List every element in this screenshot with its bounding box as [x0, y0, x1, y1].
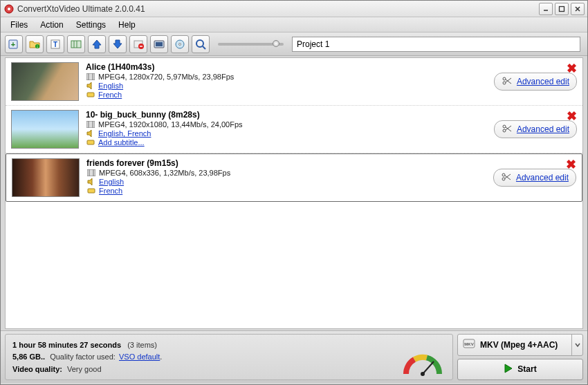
- video-icon: [86, 169, 96, 177]
- svg-text:T: T: [53, 41, 57, 48]
- audio-track-link[interactable]: English: [99, 178, 124, 186]
- menu-settings[interactable]: Settings: [71, 19, 111, 31]
- thumbnail-size-slider[interactable]: [218, 43, 284, 46]
- file-title: Alice (1H40m43s): [86, 62, 480, 72]
- svg-text:↓: ↓: [36, 44, 39, 48]
- output-format-selector[interactable]: MKV MKV (Mpeg 4+AAC): [457, 334, 583, 356]
- row-actions: Advanced edit: [479, 158, 576, 197]
- subtitle-icon: [86, 138, 95, 147]
- audio-icon: [86, 129, 95, 138]
- file-row[interactable]: ✖ 10- big_buck_bunny (8m28s) MPEG4, 1920…: [6, 106, 582, 153]
- subtitle-link[interactable]: French: [98, 91, 122, 99]
- add-file-button[interactable]: +: [5, 35, 23, 53]
- svg-rect-3: [560, 6, 564, 11]
- format-icon: MKV: [462, 337, 476, 353]
- menu-help[interactable]: Help: [113, 19, 141, 31]
- project-name-input[interactable]: [292, 37, 580, 52]
- advanced-edit-button[interactable]: Advanced edit: [494, 120, 577, 138]
- svg-point-44: [502, 173, 505, 176]
- close-button[interactable]: [571, 3, 585, 15]
- start-button[interactable]: Start: [457, 359, 583, 381]
- subtitle-link[interactable]: Add subtitle...: [98, 138, 145, 147]
- output-panel: MKV MKV (Mpeg 4+AAC) Start: [457, 334, 583, 380]
- video-quality-label: Video quality:: [12, 365, 62, 373]
- menu-files[interactable]: Files: [5, 19, 33, 31]
- add-text-button[interactable]: T: [46, 35, 64, 53]
- audio-track-link[interactable]: English, French: [98, 129, 151, 138]
- svg-point-29: [503, 82, 506, 84]
- play-icon: [504, 364, 513, 375]
- preview-button[interactable]: [192, 35, 210, 53]
- svg-point-49: [421, 372, 425, 376]
- video-thumbnail[interactable]: [12, 158, 80, 197]
- menubar: Files Action Settings Help: [1, 17, 587, 32]
- advanced-edit-button[interactable]: Advanced edit: [494, 73, 577, 91]
- file-info: 10- big_buck_bunny (8m28s) MPEG4, 1920x1…: [86, 110, 480, 149]
- file-info: Alice (1H40m43s) MPEG4, 1280x720, 5,97Mb…: [86, 62, 480, 101]
- quality-factor-link[interactable]: VSO default: [119, 353, 160, 361]
- svg-point-45: [502, 178, 505, 180]
- advanced-edit-button[interactable]: Advanced edit: [493, 169, 576, 187]
- remove-item-icon[interactable]: ✖: [567, 61, 577, 76]
- subtitle-icon: [86, 187, 96, 195]
- total-size: 5,86 GB..: [12, 353, 45, 361]
- row-actions: Advanced edit: [480, 62, 577, 101]
- subtitle-link[interactable]: French: [99, 187, 122, 195]
- minimize-button[interactable]: [539, 3, 553, 15]
- add-folder-button[interactable]: ↓: [26, 35, 44, 53]
- svg-rect-35: [87, 140, 94, 144]
- remove-button[interactable]: [129, 35, 147, 53]
- summary-panel: 1 hour 58 minutes 27 seconds (3 items) 5…: [5, 334, 453, 380]
- video-icon: [86, 120, 95, 129]
- svg-text:MKV: MKV: [464, 342, 473, 346]
- scissors-icon: [501, 172, 512, 183]
- toolbar: + ↓ T: [1, 32, 587, 56]
- window-controls: [539, 3, 585, 15]
- screenshot-button[interactable]: [150, 35, 168, 53]
- app-icon: [3, 3, 15, 15]
- svg-point-28: [503, 77, 506, 80]
- svg-rect-12: [71, 41, 81, 48]
- svg-rect-19: [156, 42, 163, 46]
- svg-text:+: +: [11, 40, 15, 48]
- video-quality-value: Very good: [67, 365, 102, 373]
- file-title: 10- big_buck_bunny (8m28s): [86, 110, 480, 120]
- remove-item-icon[interactable]: ✖: [566, 157, 576, 172]
- video-icon: [86, 73, 95, 81]
- titlebar: ConvertXtoVideo Ultimate 2.0.0.41: [1, 1, 587, 17]
- row-actions: Advanced edit: [480, 110, 577, 149]
- remove-item-icon[interactable]: ✖: [567, 109, 577, 124]
- window-title: ConvertXtoVideo Ultimate 2.0.0.41: [17, 4, 539, 14]
- add-chapter-button[interactable]: [67, 35, 85, 53]
- file-list: ✖ Alice (1H40m43s) MPEG4, 1280x720, 5,97…: [5, 57, 583, 329]
- chevron-down-icon[interactable]: [571, 335, 582, 355]
- svg-point-21: [179, 43, 181, 45]
- file-row[interactable]: ✖ friends forever (9m15s) MPEG4, 608x336…: [6, 153, 582, 202]
- svg-point-1: [8, 8, 10, 10]
- svg-point-36: [503, 125, 506, 128]
- svg-rect-27: [87, 93, 94, 97]
- footer: 1 hour 58 minutes 27 seconds (3 items) 5…: [1, 330, 587, 383]
- svg-line-48: [423, 361, 434, 374]
- file-spec: MPEG4, 1280x720, 5,97Mb/s, 23,98Fps: [98, 73, 234, 81]
- video-thumbnail[interactable]: [11, 62, 79, 101]
- file-title: friends forever (9m15s): [86, 158, 479, 168]
- quality-gauge-icon: [398, 346, 447, 379]
- svg-rect-32: [86, 121, 95, 128]
- move-up-button[interactable]: [88, 35, 106, 53]
- audio-icon: [86, 82, 95, 90]
- output-format-label: MKV (Mpeg 4+AAC): [480, 340, 558, 350]
- maximize-button[interactable]: [555, 3, 569, 15]
- items-count: (3 items): [127, 341, 157, 349]
- total-duration: 1 hour 58 minutes 27 seconds: [12, 341, 121, 349]
- slider-thumb[interactable]: [273, 40, 279, 47]
- svg-rect-40: [87, 169, 95, 176]
- burn-disc-button[interactable]: [171, 35, 189, 53]
- menu-action[interactable]: Action: [35, 19, 68, 31]
- audio-track-link[interactable]: English: [98, 82, 123, 90]
- scissors-icon: [502, 124, 513, 135]
- video-thumbnail[interactable]: [11, 110, 79, 149]
- svg-point-22: [196, 40, 203, 47]
- file-row[interactable]: ✖ Alice (1H40m43s) MPEG4, 1280x720, 5,97…: [6, 58, 582, 106]
- move-down-button[interactable]: [109, 35, 127, 53]
